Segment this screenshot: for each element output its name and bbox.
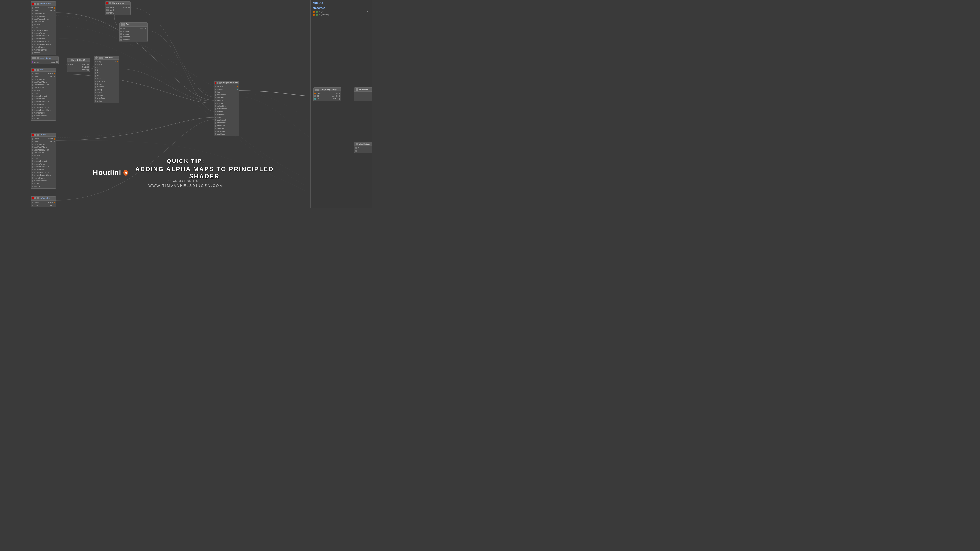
btn-icon6[interactable] (35, 68, 37, 71)
port-scoord2[interactable] (32, 118, 33, 119)
principledshader1-node[interactable]: principledshader1 baseN F coatN Ce itan … (214, 81, 239, 136)
btn-icon11[interactable] (37, 197, 39, 200)
port-destmin[interactable] (121, 36, 122, 38)
port-emitillum[interactable] (215, 125, 216, 127)
port-usePointAlpha[interactable] (32, 16, 33, 17)
port-texture3[interactable] (32, 155, 33, 156)
port-usePackedColor2[interactable] (32, 84, 33, 86)
port-coatlabel[interactable] (215, 133, 216, 135)
port-Ce-out[interactable] (237, 89, 239, 90)
port-monoOutput3[interactable] (32, 177, 33, 179)
basecolor-node[interactable]: basecolor useBcolor basealpha usePointCo… (30, 1, 56, 55)
btn-icon18[interactable] (99, 57, 101, 59)
port-orient[interactable] (95, 100, 97, 102)
fit1-node[interactable]: fit1 val shift srcmin srcmax destmin des… (119, 22, 148, 42)
port-sheen[interactable] (215, 111, 216, 113)
port-udim2[interactable] (32, 93, 33, 94)
port-reflecttint-in[interactable] (215, 105, 216, 107)
port-outCf[interactable] (339, 95, 340, 97)
port-subsurface[interactable] (215, 108, 216, 110)
port-texture2[interactable] (32, 90, 33, 91)
port-useTexture[interactable] (32, 21, 33, 23)
port-ds[interactable] (95, 72, 97, 74)
port-extrapol[interactable] (95, 86, 97, 88)
surfaceO-node[interactable]: surfaceO Cf Af F (354, 87, 372, 101)
port-useB[interactable] (32, 7, 33, 9)
port-textureSourceCo[interactable] (32, 35, 33, 37)
port-color-out4[interactable] (54, 202, 55, 203)
dispoutput-node[interactable]: dispOutpu... n N (354, 142, 372, 153)
port-N[interactable] (355, 150, 357, 151)
port-val[interactable] (121, 28, 122, 29)
port-channel[interactable] (95, 95, 97, 96)
port-input1[interactable] (106, 6, 108, 8)
port-textureFilter2[interactable] (32, 104, 33, 105)
port-Cf-out[interactable] (339, 93, 340, 94)
btn-icon9[interactable] (37, 134, 39, 136)
port-sheentint[interactable] (215, 114, 216, 115)
btn-icon7[interactable] (37, 68, 39, 71)
port-monoChannel3[interactable] (32, 180, 33, 182)
port-fval3[interactable] (87, 69, 89, 71)
port-color-out2[interactable] (54, 73, 55, 75)
reflect-node[interactable]: reflect useBcolor basealpha usePointColo… (30, 133, 56, 189)
btn-icon15[interactable] (111, 2, 114, 4)
port-clr[interactable] (117, 61, 118, 62)
btn-icon14[interactable] (109, 2, 111, 4)
port-Of[interactable] (314, 95, 316, 97)
port-basecolor-in[interactable] (215, 94, 216, 96)
port-color-out[interactable] (54, 7, 55, 9)
port-input2[interactable] (106, 10, 108, 11)
port-boun-out[interactable] (56, 62, 58, 63)
port-textureWrap[interactable] (32, 32, 33, 34)
port-base[interactable] (32, 10, 33, 11)
btn-icon[interactable] (35, 3, 37, 5)
port-ptexface[interactable] (95, 97, 97, 99)
port-Ce[interactable] (314, 98, 316, 100)
port-border[interactable] (95, 83, 97, 85)
port-t[interactable] (95, 69, 97, 71)
port-usePointAlpha3[interactable] (32, 146, 33, 148)
btn-icon17[interactable] (123, 24, 125, 25)
btn-icon20[interactable] (217, 82, 218, 84)
port-textureFilterWidth2[interactable] (32, 106, 33, 108)
port-textureBorderColor2[interactable] (32, 110, 33, 111)
port-defclr[interactable] (95, 92, 97, 94)
close-icon2[interactable] (32, 68, 34, 71)
port-coatN[interactable] (215, 89, 216, 90)
port-usePackedColor[interactable] (32, 18, 33, 20)
port-tcoord[interactable] (32, 186, 33, 187)
port-texture[interactable] (32, 24, 33, 25)
btn-icon8[interactable] (35, 134, 37, 136)
btn-icon5[interactable] (37, 57, 39, 59)
port-textureFilterWidth3[interactable] (32, 171, 33, 173)
port-blur[interactable] (95, 78, 97, 79)
port-srcmax[interactable] (121, 33, 122, 35)
btn-icon10[interactable] (35, 197, 37, 200)
port-textureSourceCo2[interactable] (32, 101, 33, 103)
btn-icon13[interactable] (71, 59, 73, 61)
port-layer[interactable] (314, 93, 316, 94)
port-textureIntensity2[interactable] (32, 95, 33, 97)
btn-icon12[interactable] (68, 59, 70, 61)
port-input3[interactable] (106, 12, 108, 14)
port-textureIntensity[interactable] (32, 30, 33, 31)
port-textureIntensity3[interactable] (32, 160, 33, 162)
port-textureWrap2[interactable] (32, 98, 33, 100)
port-useB3[interactable] (32, 138, 33, 140)
btn-icon3[interactable] (32, 57, 34, 59)
port-fval1[interactable] (87, 64, 89, 65)
port-monoOutput2[interactable] (32, 112, 33, 114)
close-icon5[interactable] (107, 2, 108, 4)
port-srcmin[interactable] (121, 30, 122, 32)
port-usePackedColor3[interactable] (32, 149, 33, 151)
close-icon[interactable] (32, 3, 34, 5)
port-usePointAlpha2[interactable] (32, 81, 33, 83)
port-vec[interactable] (68, 64, 69, 65)
port-difflabel[interactable] (215, 128, 216, 129)
btn-icon21[interactable] (219, 82, 220, 84)
close-icon6[interactable] (215, 82, 216, 84)
port-n[interactable] (355, 147, 357, 149)
btn-icon23[interactable] (317, 89, 319, 91)
close-icon4[interactable] (32, 197, 34, 200)
